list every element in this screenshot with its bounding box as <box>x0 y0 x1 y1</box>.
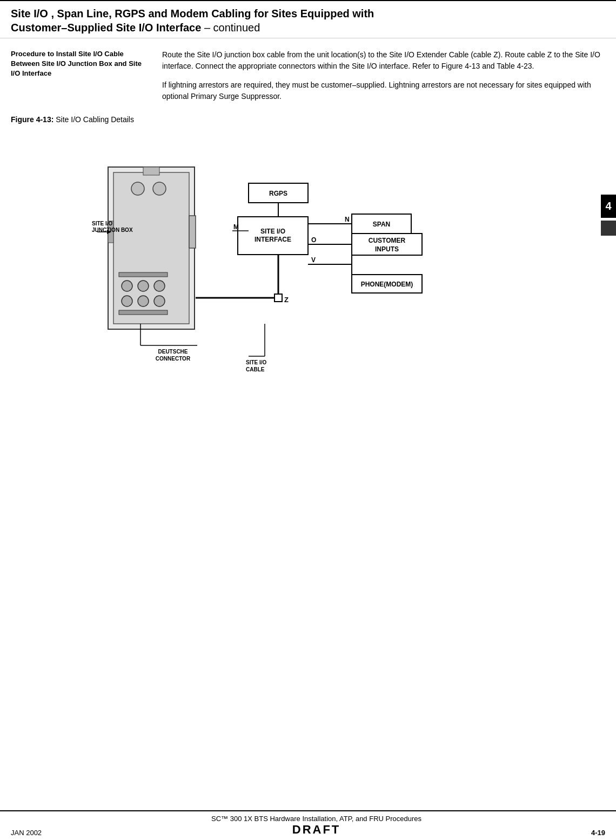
figure-caption: Figure 4-13: Site I/O Cabling Details <box>0 115 616 124</box>
svg-point-7 <box>122 281 132 291</box>
page-title: Site I/O , Span Line, RGPS and Modem Cab… <box>11 6 605 35</box>
svg-text:Z: Z <box>284 296 289 304</box>
chapter-tab-bar <box>601 221 616 236</box>
section-title: Procedure to Install Site I/O Cable Betw… <box>11 49 146 79</box>
svg-rect-16 <box>274 294 282 302</box>
paragraph-2: If lightning arrestors are required, the… <box>162 79 605 102</box>
svg-text:RGPS: RGPS <box>269 190 287 197</box>
page-header: Site I/O , Span Line, RGPS and Modem Cab… <box>0 1 616 38</box>
svg-text:JUNCTION BOX: JUNCTION BOX <box>92 227 133 233</box>
right-column: Route the Site I/O junction box cable fr… <box>151 49 605 110</box>
left-column: Procedure to Install Site I/O Cable Betw… <box>11 49 151 110</box>
svg-point-3 <box>131 182 144 195</box>
svg-text:V: V <box>311 256 316 264</box>
svg-point-11 <box>138 296 149 306</box>
svg-text:SITE I/O: SITE I/O <box>92 221 113 226</box>
svg-point-9 <box>154 281 165 291</box>
svg-text:CABLE: CABLE <box>246 366 265 372</box>
diagram: SITE I/O INTERFACE RGPS N M O V SPAN CUS… <box>92 129 524 437</box>
svg-text:N: N <box>345 216 350 223</box>
footer-doc-title: SC™ 300 1X BTS Hardware Installation, AT… <box>211 815 421 823</box>
svg-rect-13 <box>119 272 168 277</box>
svg-point-12 <box>154 296 165 306</box>
svg-text:CONNECTOR: CONNECTOR <box>156 356 191 362</box>
svg-text:DEUTSCHE: DEUTSCHE <box>158 349 188 355</box>
svg-text:CUSTOMER: CUSTOMER <box>369 237 406 244</box>
svg-text:SITE I/O: SITE I/O <box>260 228 285 235</box>
paragraph-1: Route the Site I/O junction box cable fr… <box>162 49 605 72</box>
figure-title: Site I/O Cabling Details <box>56 115 134 124</box>
svg-point-8 <box>138 281 149 291</box>
footer-draft: DRAFT <box>211 823 421 837</box>
svg-rect-6 <box>189 216 196 248</box>
svg-text:SITE I/O: SITE I/O <box>246 359 267 365</box>
svg-text:SPAN: SPAN <box>373 221 390 228</box>
svg-text:O: O <box>311 236 316 244</box>
svg-text:M: M <box>233 223 239 231</box>
svg-rect-2 <box>143 167 159 175</box>
main-content: Procedure to Install Site I/O Cable Betw… <box>0 38 616 110</box>
svg-text:INTERFACE: INTERFACE <box>255 236 291 243</box>
svg-point-10 <box>122 296 132 306</box>
svg-point-4 <box>153 182 166 195</box>
footer-center: SC™ 300 1X BTS Hardware Installation, AT… <box>211 815 421 837</box>
footer-date: JAN 2002 <box>11 829 42 837</box>
figure-label: Figure 4-13: <box>11 115 53 124</box>
footer-page-num: 4-19 <box>591 829 605 837</box>
page-footer: JAN 2002 SC™ 300 1X BTS Hardware Install… <box>0 810 616 840</box>
svg-text:INPUTS: INPUTS <box>375 245 399 253</box>
svg-text:PHONE(MODEM): PHONE(MODEM) <box>361 281 413 288</box>
svg-rect-14 <box>119 310 168 315</box>
chapter-tab: 4 <box>601 195 616 218</box>
